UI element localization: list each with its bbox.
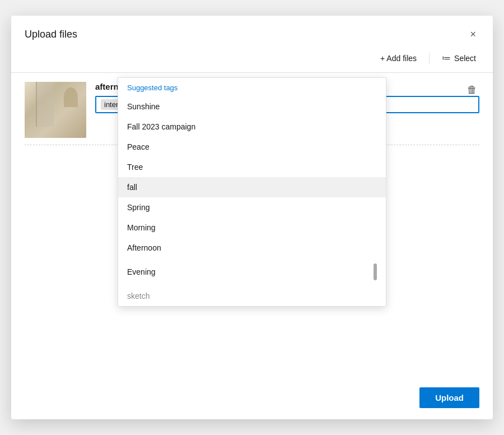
select-button[interactable]: ≔ Select	[438, 50, 479, 66]
dropdown-item[interactable]: Morning	[118, 218, 386, 238]
dialog-title: Upload files	[25, 29, 77, 40]
dropdown-item-label: Afternoon	[127, 243, 161, 252]
dropdown-item[interactable]: Spring	[118, 197, 386, 218]
dropdown-item-label: Fall 2023 campaign	[127, 122, 195, 131]
dropdown-section-label: Suggested tags	[118, 78, 386, 96]
select-icon: ≔	[442, 53, 451, 63]
close-icon: ×	[470, 29, 476, 40]
dropdown-item-label: Peace	[127, 142, 150, 151]
add-files-button[interactable]: + Add files	[377, 52, 420, 65]
upload-dialog: Upload files × + Add files ≔ Select afte…	[11, 16, 493, 419]
dropdown-item-label: Sunshine	[127, 102, 160, 111]
dialog-footer: Upload	[11, 376, 493, 419]
upload-button[interactable]: Upload	[419, 387, 479, 408]
delete-file-button[interactable]: 🗑	[465, 82, 479, 98]
dropdown-item-highlighted[interactable]: fall	[118, 177, 386, 197]
scrollbar-thumb[interactable]	[374, 263, 377, 280]
toolbar-divider	[429, 53, 430, 64]
delete-icon: 🗑	[467, 84, 477, 95]
dialog-header: Upload files ×	[11, 16, 493, 50]
add-files-label: + Add files	[380, 54, 417, 63]
toolbar: + Add files ≔ Select	[11, 50, 493, 72]
dropdown-item[interactable]: Afternoon	[118, 238, 386, 258]
dropdown-item-label: Morning	[127, 223, 156, 232]
dropdown-item-label: fall	[127, 183, 137, 192]
thumbnail-image	[25, 82, 86, 138]
close-button[interactable]: ×	[466, 27, 479, 41]
dropdown-item[interactable]: Fall 2023 campaign	[118, 117, 386, 137]
select-label: Select	[454, 54, 476, 63]
dropdown-item[interactable]: Tree	[118, 157, 386, 177]
dropdown-item-label: Evening	[127, 267, 156, 276]
dropdown-item-label: sketch	[127, 291, 150, 300]
dropdown-item-label: Spring	[127, 203, 150, 212]
dropdown-item[interactable]: sketch	[118, 286, 386, 306]
dropdown-item[interactable]: Sunshine	[118, 96, 386, 117]
tag-suggestions-dropdown: Suggested tags Sunshine Fall 2023 campai…	[118, 77, 386, 307]
file-thumbnail	[25, 82, 86, 138]
dropdown-item[interactable]: Evening	[118, 258, 386, 286]
dropdown-item[interactable]: Peace	[118, 137, 386, 157]
dropdown-item-label: Tree	[127, 163, 143, 172]
